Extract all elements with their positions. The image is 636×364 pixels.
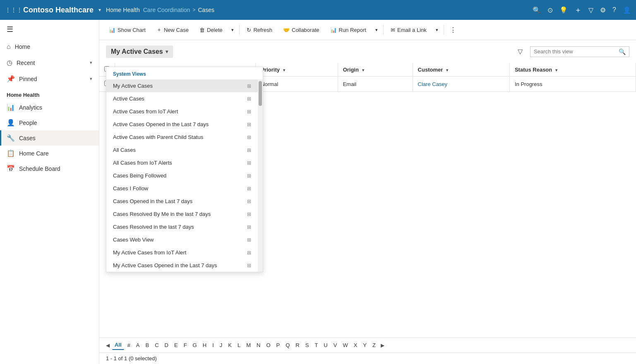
alpha-o[interactable]: O xyxy=(264,341,273,350)
alpha-e[interactable]: E xyxy=(172,341,180,350)
alpha-all[interactable]: All xyxy=(112,340,124,350)
alpha-q[interactable]: Q xyxy=(283,341,292,350)
alpha-h[interactable]: H xyxy=(200,341,209,350)
report-dropdown-arrow[interactable]: ▾ xyxy=(372,24,381,36)
search-icon[interactable]: 🔍 xyxy=(533,6,541,14)
sidebar-item-home[interactable]: ⌂ Home xyxy=(0,39,99,55)
email-dropdown-arrow[interactable]: ▾ xyxy=(433,24,441,36)
filter-toggle-button[interactable]: ▽ xyxy=(515,45,525,58)
alpha-f[interactable]: F xyxy=(181,341,190,350)
alpha-c[interactable]: C xyxy=(152,341,161,350)
dropdown-item-resolved[interactable]: Cases Resolved in the last 7 days ⊞ xyxy=(106,220,258,233)
alpha-b[interactable]: B xyxy=(143,341,152,350)
pin-view-icon-7[interactable]: ⊞ xyxy=(247,173,251,179)
dropdown-item-web-view[interactable]: Cases Web View ⊞ xyxy=(106,233,258,246)
pin-view-icon-14[interactable]: ⊞ xyxy=(247,263,251,268)
view-title-dropdown-button[interactable]: My Active Cases ▾ xyxy=(106,46,173,58)
alpha-y[interactable]: Y xyxy=(360,341,369,350)
alpha-t[interactable]: T xyxy=(312,341,320,350)
email-link-button[interactable]: ✉ Email a Link xyxy=(386,24,431,36)
search-submit-icon[interactable]: 🔍 xyxy=(619,48,626,55)
target-icon[interactable]: ⊙ xyxy=(547,6,553,14)
refresh-button[interactable]: ↻ Refresh xyxy=(242,24,277,36)
pin-view-icon-0[interactable]: ⊞ xyxy=(247,83,251,89)
alpha-g[interactable]: G xyxy=(190,341,199,350)
col-priority[interactable]: Priority ▾ xyxy=(256,63,338,77)
hamburger-icon[interactable]: ☰ xyxy=(0,20,99,39)
dropdown-item-all-iot[interactable]: All Cases from IoT Alerts ⊞ xyxy=(106,156,258,169)
sidebar-item-recent[interactable]: ◷ Recent ▾ xyxy=(0,55,99,71)
alpha-v[interactable]: V xyxy=(331,341,340,350)
dropdown-item-followed[interactable]: Cases Being Followed ⊞ xyxy=(106,169,258,182)
dropdown-item-last-7-days[interactable]: Active Cases Opened in the Last 7 days ⊞ xyxy=(106,118,258,131)
dropdown-item-parent-child[interactable]: Active Cases with Parent Child Status ⊞ xyxy=(106,131,258,144)
dropdown-item-resolved-by-me[interactable]: Cases Resolved By Me in the last 7 days … xyxy=(106,208,258,220)
col-origin[interactable]: Origin ▾ xyxy=(338,63,413,77)
delete-button[interactable]: 🗑 Delete xyxy=(195,24,227,36)
pin-view-icon-3[interactable]: ⊞ xyxy=(247,122,251,127)
breadcrumb-parent[interactable]: Care Coordination xyxy=(143,7,190,13)
alpha-l[interactable]: L xyxy=(235,341,243,350)
sidebar-item-schedule[interactable]: 📅 Schedule Board xyxy=(0,161,99,176)
dropdown-scrollbar[interactable] xyxy=(258,79,263,272)
run-report-button[interactable]: 📊 Run Report xyxy=(326,24,371,36)
alpha-z[interactable]: Z xyxy=(370,341,378,350)
show-chart-button[interactable]: 📊 Show Chart xyxy=(104,24,150,36)
pin-view-icon-8[interactable]: ⊞ xyxy=(247,186,251,192)
help-icon[interactable]: ? xyxy=(612,6,616,14)
new-case-button[interactable]: ＋ New Case xyxy=(152,23,193,36)
module-label[interactable]: Home Health xyxy=(106,7,140,13)
sidebar-item-analytics[interactable]: 📊 Analytics xyxy=(0,100,99,115)
pin-view-icon-5[interactable]: ⊞ xyxy=(247,147,251,153)
scroll-right-icon[interactable]: ▶ xyxy=(381,342,384,348)
sidebar-item-cases[interactable]: 🔧 Cases xyxy=(0,130,99,146)
dropdown-item-active-cases[interactable]: Active Cases ⊞ xyxy=(106,92,258,105)
sidebar-item-pinned[interactable]: 📌 Pinned ▾ xyxy=(0,71,99,87)
dropdown-item-i-follow[interactable]: Cases I Follow ⊞ xyxy=(106,182,258,195)
alpha-m[interactable]: M xyxy=(244,341,253,350)
alpha-u[interactable]: U xyxy=(321,341,330,350)
alpha-w[interactable]: W xyxy=(340,341,350,350)
alpha-d[interactable]: D xyxy=(162,341,171,350)
more-options-button[interactable]: ⋮ xyxy=(446,24,460,36)
alpha-i[interactable]: I xyxy=(210,341,216,350)
alpha-r[interactable]: R xyxy=(293,341,302,350)
pin-view-icon-11[interactable]: ⊞ xyxy=(247,224,251,230)
dropdown-item-mine-opened-7[interactable]: My Active Cases Opened in the Last 7 day… xyxy=(106,259,258,272)
cell-customer[interactable]: Clare Casey xyxy=(413,77,509,92)
sidebar-item-homecare[interactable]: 📋 Home Care xyxy=(0,146,99,161)
alpha-a[interactable]: A xyxy=(134,341,142,350)
filter-icon[interactable]: ▽ xyxy=(588,6,593,14)
pin-view-icon-4[interactable]: ⊞ xyxy=(247,134,251,140)
user-icon[interactable]: 👤 xyxy=(623,6,631,14)
alpha-x[interactable]: X xyxy=(351,341,360,350)
col-status-reason[interactable]: Status Reason ▾ xyxy=(509,63,636,77)
pin-view-icon-10[interactable]: ⊞ xyxy=(247,211,251,217)
sidebar-item-people[interactable]: 👤 People xyxy=(0,115,99,130)
pin-view-icon-2[interactable]: ⊞ xyxy=(247,109,251,115)
pin-view-icon-12[interactable]: ⊞ xyxy=(247,237,251,243)
col-customer[interactable]: Customer ▾ xyxy=(413,63,509,77)
app-grid-icon[interactable]: ⋮⋮⋮ xyxy=(5,7,18,13)
pin-view-icon-1[interactable]: ⊞ xyxy=(247,96,251,102)
settings-icon[interactable]: ⚙ xyxy=(600,6,606,14)
scroll-left-icon[interactable]: ◀ xyxy=(106,342,110,348)
pin-view-icon-9[interactable]: ⊞ xyxy=(247,199,251,204)
dropdown-item-all-cases[interactable]: All Cases ⊞ xyxy=(106,144,258,156)
dropdown-item-iot-alert-mine[interactable]: My Active Cases from IoT Alert ⊞ xyxy=(106,246,258,259)
alpha-hash[interactable]: # xyxy=(125,341,133,350)
pin-view-icon-6[interactable]: ⊞ xyxy=(247,160,251,166)
collaborate-button[interactable]: 🤝 Collaborate xyxy=(278,24,324,36)
pin-view-icon-13[interactable]: ⊞ xyxy=(247,250,251,256)
alpha-k[interactable]: K xyxy=(226,341,234,350)
search-input[interactable] xyxy=(534,48,619,55)
alpha-j[interactable]: J xyxy=(217,341,225,350)
dropdown-item-iot-alert[interactable]: Active Cases from IoT Alert ⊞ xyxy=(106,105,258,118)
dropdown-item-opened-7[interactable]: Cases Opened in the Last 7 days ⊞ xyxy=(106,195,258,208)
alpha-p[interactable]: P xyxy=(274,341,283,350)
dropdown-item-my-active-cases[interactable]: My Active Cases ⊞ xyxy=(106,79,258,92)
add-icon[interactable]: ＋ xyxy=(574,5,582,15)
dropdown-scrollbar-thumb[interactable] xyxy=(259,81,262,106)
brand-chevron-icon[interactable]: ▾ xyxy=(98,7,101,13)
alpha-n[interactable]: N xyxy=(254,341,263,350)
